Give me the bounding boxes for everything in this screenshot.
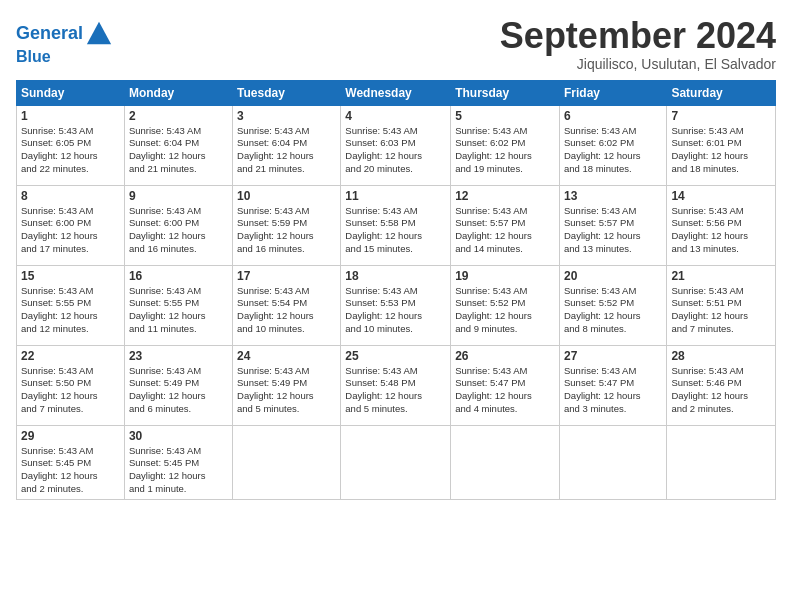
day-number: 5 <box>455 109 555 123</box>
col-thursday: Thursday <box>451 80 560 105</box>
day-number: 27 <box>564 349 662 363</box>
col-friday: Friday <box>559 80 666 105</box>
day-number: 11 <box>345 189 446 203</box>
table-row: 15Sunrise: 5:43 AM Sunset: 5:55 PM Dayli… <box>17 265 125 345</box>
day-number: 19 <box>455 269 555 283</box>
table-row: 29Sunrise: 5:43 AM Sunset: 5:45 PM Dayli… <box>17 425 125 499</box>
table-row: 10Sunrise: 5:43 AM Sunset: 5:59 PM Dayli… <box>233 185 341 265</box>
table-row: 22Sunrise: 5:43 AM Sunset: 5:50 PM Dayli… <box>17 345 125 425</box>
day-info: Sunrise: 5:43 AM Sunset: 6:03 PM Dayligh… <box>345 125 446 176</box>
day-info: Sunrise: 5:43 AM Sunset: 5:49 PM Dayligh… <box>237 365 336 416</box>
table-row: 21Sunrise: 5:43 AM Sunset: 5:51 PM Dayli… <box>667 265 776 345</box>
day-info: Sunrise: 5:43 AM Sunset: 6:04 PM Dayligh… <box>237 125 336 176</box>
day-info: Sunrise: 5:43 AM Sunset: 5:52 PM Dayligh… <box>564 285 662 336</box>
table-row: 14Sunrise: 5:43 AM Sunset: 5:56 PM Dayli… <box>667 185 776 265</box>
day-info: Sunrise: 5:43 AM Sunset: 5:50 PM Dayligh… <box>21 365 120 416</box>
day-info: Sunrise: 5:43 AM Sunset: 5:54 PM Dayligh… <box>237 285 336 336</box>
table-row <box>451 425 560 499</box>
day-info: Sunrise: 5:43 AM Sunset: 5:57 PM Dayligh… <box>564 205 662 256</box>
table-row: 11Sunrise: 5:43 AM Sunset: 5:58 PM Dayli… <box>341 185 451 265</box>
day-number: 10 <box>237 189 336 203</box>
day-number: 21 <box>671 269 771 283</box>
day-number: 25 <box>345 349 446 363</box>
day-number: 26 <box>455 349 555 363</box>
day-info: Sunrise: 5:43 AM Sunset: 5:47 PM Dayligh… <box>564 365 662 416</box>
day-number: 17 <box>237 269 336 283</box>
table-row: 19Sunrise: 5:43 AM Sunset: 5:52 PM Dayli… <box>451 265 560 345</box>
calendar-table: Sunday Monday Tuesday Wednesday Thursday… <box>16 80 776 500</box>
day-number: 6 <box>564 109 662 123</box>
day-number: 29 <box>21 429 120 443</box>
day-info: Sunrise: 5:43 AM Sunset: 5:53 PM Dayligh… <box>345 285 446 336</box>
day-info: Sunrise: 5:43 AM Sunset: 6:05 PM Dayligh… <box>21 125 120 176</box>
day-number: 12 <box>455 189 555 203</box>
table-row: 17Sunrise: 5:43 AM Sunset: 5:54 PM Dayli… <box>233 265 341 345</box>
day-number: 14 <box>671 189 771 203</box>
table-row: 5Sunrise: 5:43 AM Sunset: 6:02 PM Daylig… <box>451 105 560 185</box>
day-info: Sunrise: 5:43 AM Sunset: 5:55 PM Dayligh… <box>21 285 120 336</box>
day-number: 13 <box>564 189 662 203</box>
table-row: 7Sunrise: 5:43 AM Sunset: 6:01 PM Daylig… <box>667 105 776 185</box>
day-info: Sunrise: 5:43 AM Sunset: 5:48 PM Dayligh… <box>345 365 446 416</box>
day-number: 23 <box>129 349 228 363</box>
calendar-week-row: 1Sunrise: 5:43 AM Sunset: 6:05 PM Daylig… <box>17 105 776 185</box>
day-number: 20 <box>564 269 662 283</box>
table-row: 16Sunrise: 5:43 AM Sunset: 5:55 PM Dayli… <box>124 265 232 345</box>
day-number: 3 <box>237 109 336 123</box>
day-number: 16 <box>129 269 228 283</box>
table-row: 13Sunrise: 5:43 AM Sunset: 5:57 PM Dayli… <box>559 185 666 265</box>
table-row: 30Sunrise: 5:43 AM Sunset: 5:45 PM Dayli… <box>124 425 232 499</box>
table-row: 8Sunrise: 5:43 AM Sunset: 6:00 PM Daylig… <box>17 185 125 265</box>
calendar-header-row: Sunday Monday Tuesday Wednesday Thursday… <box>17 80 776 105</box>
day-info: Sunrise: 5:43 AM Sunset: 5:45 PM Dayligh… <box>21 445 120 496</box>
title-block: September 2024 Jiquilisco, Usulutan, El … <box>500 16 776 72</box>
day-info: Sunrise: 5:43 AM Sunset: 5:57 PM Dayligh… <box>455 205 555 256</box>
table-row: 9Sunrise: 5:43 AM Sunset: 6:00 PM Daylig… <box>124 185 232 265</box>
table-row <box>559 425 666 499</box>
table-row: 18Sunrise: 5:43 AM Sunset: 5:53 PM Dayli… <box>341 265 451 345</box>
table-row: 23Sunrise: 5:43 AM Sunset: 5:49 PM Dayli… <box>124 345 232 425</box>
day-number: 24 <box>237 349 336 363</box>
month-title: September 2024 <box>500 16 776 56</box>
day-info: Sunrise: 5:43 AM Sunset: 5:58 PM Dayligh… <box>345 205 446 256</box>
calendar-week-row: 8Sunrise: 5:43 AM Sunset: 6:00 PM Daylig… <box>17 185 776 265</box>
day-info: Sunrise: 5:43 AM Sunset: 5:55 PM Dayligh… <box>129 285 228 336</box>
table-row: 4Sunrise: 5:43 AM Sunset: 6:03 PM Daylig… <box>341 105 451 185</box>
day-number: 30 <box>129 429 228 443</box>
col-tuesday: Tuesday <box>233 80 341 105</box>
day-info: Sunrise: 5:43 AM Sunset: 6:04 PM Dayligh… <box>129 125 228 176</box>
day-number: 8 <box>21 189 120 203</box>
col-wednesday: Wednesday <box>341 80 451 105</box>
table-row: 25Sunrise: 5:43 AM Sunset: 5:48 PM Dayli… <box>341 345 451 425</box>
table-row: 26Sunrise: 5:43 AM Sunset: 5:47 PM Dayli… <box>451 345 560 425</box>
table-row: 3Sunrise: 5:43 AM Sunset: 6:04 PM Daylig… <box>233 105 341 185</box>
day-info: Sunrise: 5:43 AM Sunset: 6:00 PM Dayligh… <box>129 205 228 256</box>
calendar-week-row: 29Sunrise: 5:43 AM Sunset: 5:45 PM Dayli… <box>17 425 776 499</box>
table-row: 24Sunrise: 5:43 AM Sunset: 5:49 PM Dayli… <box>233 345 341 425</box>
logo-text: General <box>16 20 113 48</box>
day-info: Sunrise: 5:43 AM Sunset: 5:51 PM Dayligh… <box>671 285 771 336</box>
day-info: Sunrise: 5:43 AM Sunset: 6:00 PM Dayligh… <box>21 205 120 256</box>
day-info: Sunrise: 5:43 AM Sunset: 5:47 PM Dayligh… <box>455 365 555 416</box>
table-row: 2Sunrise: 5:43 AM Sunset: 6:04 PM Daylig… <box>124 105 232 185</box>
day-info: Sunrise: 5:43 AM Sunset: 5:56 PM Dayligh… <box>671 205 771 256</box>
svg-marker-0 <box>87 22 111 44</box>
table-row: 12Sunrise: 5:43 AM Sunset: 5:57 PM Dayli… <box>451 185 560 265</box>
day-info: Sunrise: 5:43 AM Sunset: 6:02 PM Dayligh… <box>564 125 662 176</box>
col-sunday: Sunday <box>17 80 125 105</box>
col-monday: Monday <box>124 80 232 105</box>
table-row: 28Sunrise: 5:43 AM Sunset: 5:46 PM Dayli… <box>667 345 776 425</box>
col-saturday: Saturday <box>667 80 776 105</box>
table-row <box>233 425 341 499</box>
day-number: 22 <box>21 349 120 363</box>
day-info: Sunrise: 5:43 AM Sunset: 5:46 PM Dayligh… <box>671 365 771 416</box>
day-info: Sunrise: 5:43 AM Sunset: 5:49 PM Dayligh… <box>129 365 228 416</box>
logo-subtext: Blue <box>16 48 113 66</box>
day-number: 9 <box>129 189 228 203</box>
calendar-week-row: 22Sunrise: 5:43 AM Sunset: 5:50 PM Dayli… <box>17 345 776 425</box>
day-number: 1 <box>21 109 120 123</box>
day-number: 18 <box>345 269 446 283</box>
table-row: 27Sunrise: 5:43 AM Sunset: 5:47 PM Dayli… <box>559 345 666 425</box>
day-number: 7 <box>671 109 771 123</box>
table-row: 6Sunrise: 5:43 AM Sunset: 6:02 PM Daylig… <box>559 105 666 185</box>
